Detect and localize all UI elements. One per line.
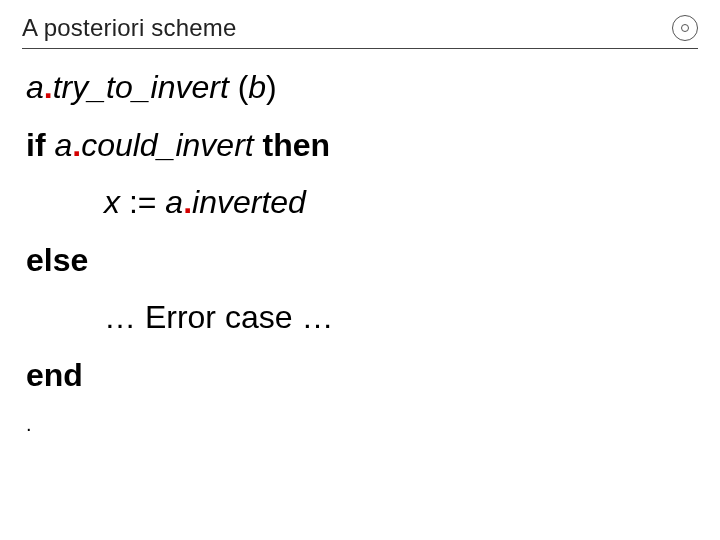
logo-icon bbox=[672, 15, 698, 41]
trailing-dot: . bbox=[26, 409, 694, 440]
ident-a: a bbox=[26, 69, 44, 105]
ident-inverted: inverted bbox=[192, 184, 306, 220]
code-block: a.try_to_invert (b) if a.could_invert th… bbox=[22, 49, 698, 440]
assign-op: := bbox=[129, 184, 157, 220]
rparen: ) bbox=[266, 69, 277, 105]
lparen: ( bbox=[238, 69, 249, 105]
title-row: A posteriori scheme bbox=[22, 14, 698, 42]
code-line-3: x := a.inverted bbox=[26, 178, 694, 228]
kw-else: else bbox=[26, 242, 88, 278]
kw-then: then bbox=[263, 127, 331, 163]
kw-end: end bbox=[26, 357, 83, 393]
slide-title: A posteriori scheme bbox=[22, 14, 237, 42]
dot-icon: . bbox=[44, 69, 53, 105]
code-line-2: if a.could_invert then bbox=[26, 121, 694, 171]
ident-could-invert: could_invert bbox=[81, 127, 254, 163]
error-case-text: … Error case … bbox=[104, 299, 333, 335]
code-line-1: a.try_to_invert (b) bbox=[26, 63, 694, 113]
ident-x: x bbox=[104, 184, 120, 220]
ident-try-to-invert: try_to_invert bbox=[53, 69, 229, 105]
logo-inner-icon bbox=[681, 24, 689, 32]
dot-icon: . bbox=[183, 184, 192, 220]
kw-if: if bbox=[26, 127, 46, 163]
ident-a-3: a bbox=[165, 184, 183, 220]
slide: A posteriori scheme a.try_to_invert (b) … bbox=[0, 0, 720, 540]
code-line-4: else bbox=[26, 236, 694, 286]
arg-b: b bbox=[248, 69, 266, 105]
code-line-5: … Error case … bbox=[26, 293, 694, 343]
ident-a-2: a bbox=[54, 127, 72, 163]
code-line-6: end bbox=[26, 351, 694, 401]
dot-icon: . bbox=[72, 127, 81, 163]
